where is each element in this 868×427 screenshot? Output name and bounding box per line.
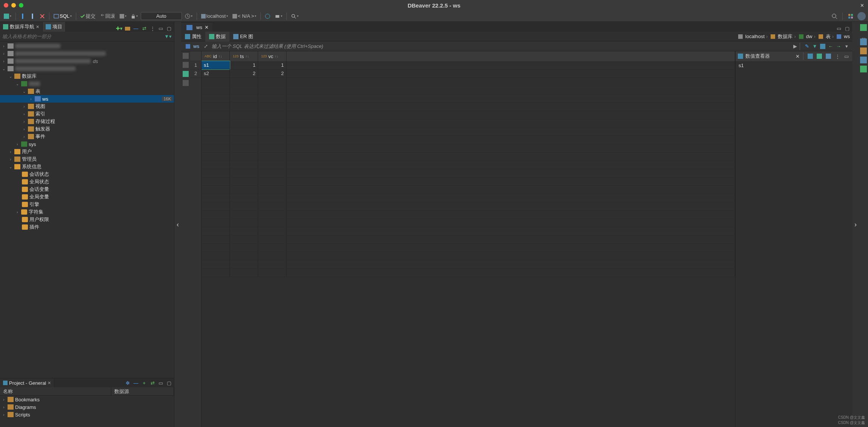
conn-node[interactable]: › — [0, 50, 174, 57]
col-id[interactable]: ABCid↑↓ — [202, 51, 230, 61]
user-avatar[interactable] — [857, 12, 866, 20]
sysinfo-group[interactable]: ⌄系统信息 — [0, 163, 174, 170]
clear-filter-icon[interactable]: ✎ — [803, 43, 810, 50]
nav-back-icon[interactable]: ← — [827, 43, 834, 50]
maximize-icon[interactable]: ▢ — [166, 25, 172, 32]
collapse-icon[interactable]: — — [132, 379, 139, 386]
global-search-icon[interactable] — [830, 12, 839, 20]
panel-icon[interactable] — [860, 48, 867, 54]
apply-filter-icon[interactable]: ▶ — [792, 43, 799, 50]
minimize-window[interactable] — [11, 3, 16, 8]
print-button[interactable]: ▾ — [273, 13, 284, 20]
schema-selector[interactable]: < N/A >▾ — [231, 12, 258, 20]
tab-project-general[interactable]: Project - General ✕ — [0, 379, 54, 387]
row-num[interactable]: 1 — [190, 61, 201, 69]
close-icon[interactable]: ✕ — [205, 25, 209, 30]
user-priv[interactable]: 用户权限 — [0, 216, 174, 223]
close-icon[interactable]: ✕ — [48, 381, 51, 386]
col-name[interactable]: 名称 — [0, 387, 111, 395]
maximize-icon[interactable]: ▢ — [166, 379, 172, 386]
value-viewer-body[interactable]: s1 — [736, 61, 852, 70]
crumb-localhost[interactable]: localhost — [737, 34, 765, 39]
table-ws[interactable]: ›ws16K — [0, 95, 174, 103]
scripts-node[interactable]: ›Scripts — [0, 411, 174, 418]
diagrams-node[interactable]: ›Diagrams — [0, 403, 174, 411]
minimize-icon[interactable]: ▭ — [157, 25, 164, 32]
dashboard-button[interactable] — [263, 13, 272, 20]
left-collapse-handle[interactable]: ‹ — [174, 22, 181, 427]
filter-icon[interactable]: ▼▾ — [164, 34, 172, 39]
cell[interactable]: 1 — [258, 61, 286, 69]
config-icon[interactable]: ✲ — [124, 379, 131, 386]
procs-group[interactable]: ›存储过程 — [0, 118, 174, 125]
search-button[interactable]: ▾ — [289, 13, 300, 20]
close-window[interactable] — [4, 3, 8, 8]
link-editor-icon[interactable]: ⇄ — [141, 25, 148, 32]
users-group[interactable]: ›用户 — [0, 148, 174, 155]
charset[interactable]: ›字符集 — [0, 208, 174, 216]
commit-button[interactable]: 提交 — [79, 12, 97, 20]
vv-minimize-icon[interactable]: ▭ — [843, 53, 850, 60]
crumb-db-group[interactable]: 数据库 — [769, 33, 793, 40]
glob-vars[interactable]: 全局变量 — [0, 193, 174, 201]
minimize-icon[interactable]: ▭ — [157, 379, 164, 386]
new-button[interactable]: ✚▾ — [116, 25, 123, 32]
disconnect-all-button[interactable] — [38, 13, 46, 20]
close-icon[interactable]: ✕ — [36, 25, 39, 29]
cell[interactable]: s2 — [202, 69, 230, 78]
subtab-er[interactable]: ER 图 — [229, 32, 257, 41]
perspective-button[interactable] — [846, 12, 855, 20]
maximize-icon[interactable]: ▢ — [844, 25, 851, 32]
save-filter-icon[interactable] — [819, 43, 826, 50]
record-mode-icon[interactable] — [183, 71, 189, 77]
connect-button[interactable] — [18, 13, 27, 20]
indexes-group[interactable]: ›索引 — [0, 110, 174, 118]
menu-icon[interactable]: ⋮ — [149, 25, 156, 32]
db-node[interactable]: ⌄ — [0, 80, 174, 88]
perspective-close-icon[interactable]: ✕ — [860, 3, 864, 8]
glob-status[interactable]: 全局状态 — [0, 178, 174, 186]
expand-icon[interactable]: ⤢ — [202, 43, 209, 49]
vv-save-icon[interactable] — [807, 53, 814, 60]
panel-icon[interactable] — [860, 38, 867, 45]
right-collapse-handle[interactable]: › — [852, 22, 859, 427]
subtab-data[interactable]: 数据 — [205, 32, 229, 41]
vv-edit-icon[interactable] — [816, 53, 823, 60]
rollback-button[interactable]: 回滚 — [98, 12, 117, 20]
sql-editor-button[interactable]: SQL▾ — [52, 12, 73, 20]
sys-db[interactable]: ›sys — [0, 140, 174, 148]
history-button[interactable]: ▾ — [183, 13, 194, 20]
panels-icon[interactable] — [183, 80, 189, 86]
crumb-dw[interactable]: dw — [797, 34, 813, 39]
cell[interactable]: 2 — [258, 69, 286, 78]
sql-filter-input[interactable]: 输入一个 SQL 表达式来过滤结果 (使用 Ctrl+Space) — [209, 43, 792, 50]
text-mode-icon[interactable] — [183, 62, 189, 68]
plugins[interactable]: 插件 — [0, 223, 174, 231]
tab-navigator[interactable]: 数据库导航 ✕ — [0, 22, 43, 32]
vv-auto-icon[interactable] — [825, 53, 832, 60]
grid-table-tag[interactable]: ws — [181, 43, 202, 49]
minimize-icon[interactable]: ▭ — [836, 25, 842, 32]
nav-dropdown-icon[interactable]: ▾ — [843, 43, 850, 50]
tables-group[interactable]: ⌄表 — [0, 88, 174, 95]
conn-node-open[interactable]: ⌄ — [0, 65, 174, 72]
close-icon[interactable]: ✕ — [796, 54, 800, 59]
editor-tab-ws[interactable]: ws✕ — [181, 23, 212, 32]
nav-filter-input[interactable] — [2, 34, 164, 39]
col-datasource[interactable]: 数据源 — [111, 387, 174, 395]
admins-group[interactable]: ›管理员 — [0, 155, 174, 163]
engine[interactable]: 引擎 — [0, 201, 174, 208]
triggers-group[interactable]: ›触发器 — [0, 125, 174, 133]
link-icon[interactable]: ⇄ — [149, 379, 156, 386]
panel-icon[interactable] — [860, 57, 867, 63]
crumb-table-group[interactable]: 表 — [817, 33, 831, 40]
events-group[interactable]: ›事件 — [0, 133, 174, 140]
bookmarks-node[interactable]: ›Bookmarks — [0, 396, 174, 403]
col-ts[interactable]: 123ts↑↓ — [230, 51, 258, 61]
folder-button[interactable] — [124, 25, 131, 32]
conn-node[interactable]: › — [0, 42, 174, 50]
disconnect-button[interactable] — [28, 13, 37, 20]
panel-icon[interactable] — [860, 24, 867, 31]
auto-commit-toggle[interactable]: Auto — [141, 12, 182, 20]
new-connection-button[interactable]: ▾ — [2, 13, 13, 20]
